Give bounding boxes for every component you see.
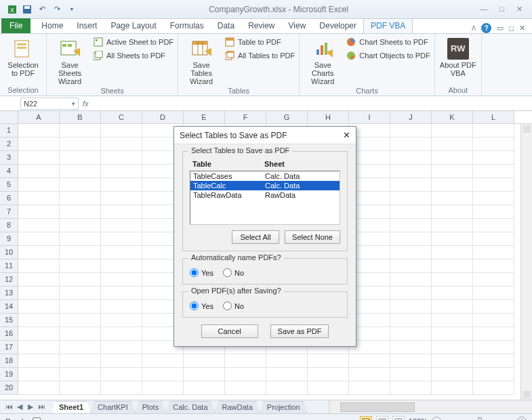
cell[interactable] (225, 354, 266, 368)
cell[interactable] (473, 327, 514, 341)
row-header[interactable]: 6 (0, 192, 18, 205)
cell[interactable] (432, 368, 473, 381)
sheet-tab-chartkpi[interactable]: ChartKPI (90, 401, 136, 413)
cell[interactable] (18, 178, 60, 192)
cell[interactable] (101, 273, 142, 287)
active-sheet-to-pdf-button[interactable]: Active Sheet to PDF (93, 37, 173, 47)
column-header[interactable]: G (266, 111, 308, 123)
cell[interactable] (473, 300, 514, 314)
sheet-tab-projection[interactable]: Projection (260, 401, 308, 413)
cell[interactable] (390, 151, 432, 165)
cell[interactable] (432, 192, 473, 205)
cell[interactable] (60, 327, 101, 341)
cell[interactable] (60, 341, 101, 354)
all-sheets-to-pdf-button[interactable]: All Sheets to PDF (93, 50, 173, 61)
cell[interactable] (18, 273, 60, 287)
formula-input[interactable] (93, 98, 532, 110)
cell[interactable] (473, 178, 514, 192)
cell[interactable] (184, 354, 225, 368)
cell[interactable] (473, 232, 514, 246)
tab-developer[interactable]: Developer (312, 18, 363, 33)
all-tables-to-pdf-button[interactable]: All Tables to PDF (224, 50, 295, 61)
cell[interactable] (101, 259, 142, 273)
cell[interactable] (225, 381, 266, 395)
cell[interactable] (390, 314, 432, 327)
cell[interactable] (432, 165, 473, 178)
cell[interactable] (60, 165, 101, 178)
cell[interactable] (18, 300, 60, 314)
column-header[interactable]: K (432, 111, 473, 123)
cell[interactable] (60, 178, 101, 192)
cell[interactable] (473, 273, 514, 287)
save-icon[interactable] (22, 4, 33, 15)
cell[interactable] (473, 246, 514, 259)
row-header[interactable]: 8 (0, 219, 18, 232)
cell[interactable] (349, 381, 390, 395)
cell[interactable] (101, 354, 142, 368)
cell[interactable] (18, 246, 60, 259)
cell[interactable] (142, 354, 184, 368)
column-header[interactable]: L (473, 111, 514, 123)
cell[interactable] (101, 219, 142, 232)
undo-icon[interactable]: ↶ (37, 4, 47, 15)
cell[interactable] (432, 381, 473, 395)
cell[interactable] (390, 192, 432, 205)
selection-to-pdf-button[interactable]: Selection to PDF (4, 37, 42, 77)
cell[interactable] (390, 354, 432, 368)
tables-listbox[interactable]: TableCasesCalc. DataTableCalcCalc. DataT… (190, 171, 340, 225)
about-pdf-vba-button[interactable]: RW About PDF VBA (439, 37, 477, 77)
cell[interactable] (60, 368, 101, 381)
chart-objects-to-pdf-button[interactable]: Chart Objects to PDF (346, 50, 430, 61)
cell[interactable] (18, 192, 60, 205)
cell[interactable] (101, 192, 142, 205)
cell[interactable] (432, 138, 473, 151)
sheet-tab-calc-data[interactable]: Calc. Data (165, 401, 215, 413)
cell[interactable] (390, 138, 432, 151)
cell[interactable] (390, 341, 432, 354)
cell[interactable] (432, 178, 473, 192)
cell[interactable] (60, 287, 101, 300)
cell[interactable] (390, 381, 432, 395)
row-header[interactable]: 9 (0, 232, 18, 246)
cell[interactable] (266, 381, 308, 395)
cell[interactable] (60, 314, 101, 327)
select-none-button[interactable]: Select None (285, 230, 340, 244)
cell[interactable] (473, 381, 514, 395)
cell[interactable] (101, 327, 142, 341)
tab-file[interactable]: File (1, 18, 30, 33)
cell[interactable] (390, 205, 432, 219)
row-header[interactable]: 13 (0, 287, 18, 300)
cell[interactable] (308, 354, 349, 368)
cell[interactable] (18, 259, 60, 273)
cell[interactable] (308, 381, 349, 395)
row-header[interactable]: 18 (0, 354, 18, 368)
save-tables-wizard-button[interactable]: Save Tables Wizard (182, 37, 220, 85)
cell[interactable] (390, 327, 432, 341)
open-after-yes-radio[interactable]: Yes (190, 301, 213, 310)
window-max-icon[interactable]: □ (509, 24, 514, 33)
column-header[interactable]: C (101, 111, 142, 123)
cell[interactable] (390, 259, 432, 273)
open-after-no-radio[interactable]: No (223, 301, 244, 310)
select-all-corner[interactable] (0, 111, 18, 123)
cell[interactable] (60, 273, 101, 287)
window-restore-icon[interactable]: ▭ (497, 24, 504, 33)
column-header[interactable]: I (349, 111, 390, 123)
horizontal-scrollbar[interactable] (329, 400, 532, 413)
cell[interactable] (60, 246, 101, 259)
row-header[interactable]: 3 (0, 151, 18, 165)
row-header[interactable]: 7 (0, 205, 18, 219)
row-header[interactable]: 16 (0, 327, 18, 341)
cell[interactable] (101, 151, 142, 165)
cell[interactable] (101, 232, 142, 246)
tab-insert[interactable]: Insert (70, 18, 104, 33)
cell[interactable] (18, 341, 60, 354)
cell[interactable] (432, 300, 473, 314)
cell[interactable] (473, 219, 514, 232)
cell[interactable] (60, 259, 101, 273)
cell[interactable] (184, 381, 225, 395)
help-icon[interactable]: ? (481, 23, 491, 33)
table-row[interactable]: TableRawDataRawData (190, 190, 340, 200)
cell[interactable] (60, 219, 101, 232)
cancel-button[interactable]: Cancel (201, 324, 258, 338)
